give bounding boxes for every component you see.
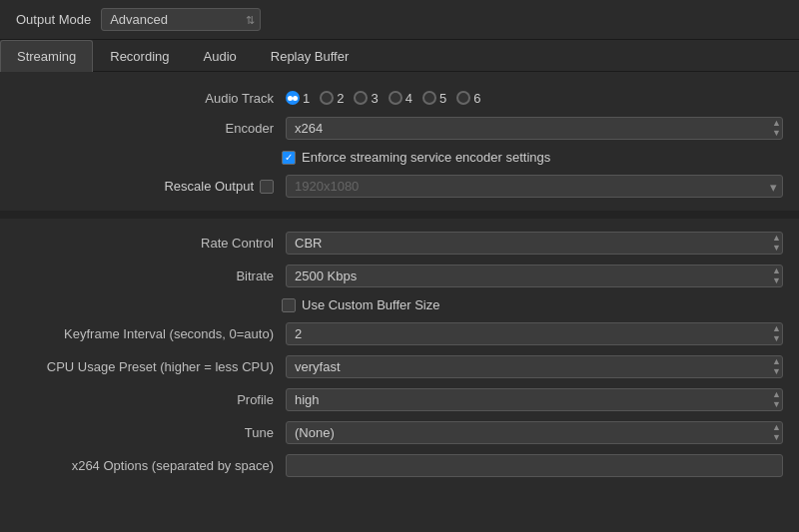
radio-4-label: 4 [405, 91, 412, 106]
cpu-usage-select[interactable]: veryfast superfast ultrafast fast medium… [286, 355, 783, 378]
keyframe-interval-input[interactable] [286, 322, 783, 345]
profile-value-wrapper: high main baseline ▲ ▼ [286, 388, 783, 411]
audio-track-row: Audio Track 1 2 3 4 5 [0, 84, 799, 112]
custom-buffer-checkbox[interactable]: Use Custom Buffer Size [282, 297, 439, 312]
tune-select[interactable]: (None) film animation grain [286, 421, 783, 444]
keyframe-interval-value-wrapper: ▲ ▼ [286, 322, 783, 345]
profile-label: Profile [16, 392, 286, 407]
x264-options-row: x264 Options (separated by space) [0, 449, 799, 482]
radio-3-label: 3 [371, 91, 378, 106]
output-mode-label: Output Mode [16, 12, 91, 27]
radio-1-circle [286, 91, 300, 105]
cpu-usage-row: CPU Usage Preset (higher = less CPU) ver… [0, 350, 799, 383]
enforce-checkmark: ✓ [285, 153, 293, 163]
custom-buffer-row: Use Custom Buffer Size [0, 292, 799, 317]
encoder-row: Encoder x264 ▲ ▼ [0, 112, 799, 145]
section-divider [0, 211, 799, 219]
rescale-select-area: 1920x1080 [286, 175, 783, 198]
audio-track-2[interactable]: 2 [320, 91, 344, 106]
output-mode-select-wrapper: Advanced Simple [101, 8, 261, 31]
rescale-checkbox-box[interactable] [260, 180, 274, 194]
tab-audio[interactable]: Audio [187, 40, 254, 72]
encoder-value-wrapper: x264 ▲ ▼ [286, 117, 783, 140]
custom-buffer-label: Use Custom Buffer Size [302, 297, 439, 312]
profile-select[interactable]: high main baseline [286, 388, 783, 411]
encoder-label: Encoder [16, 121, 286, 136]
radio-6-circle [456, 91, 470, 105]
cpu-usage-value-wrapper: veryfast superfast ultrafast fast medium… [286, 355, 783, 378]
bitrate-label: Bitrate [16, 268, 286, 283]
rate-control-value-wrapper: CBR VBR ABR ▲ ▼ [286, 232, 783, 255]
x264-options-label: x264 Options (separated by space) [16, 458, 286, 473]
audio-track-1[interactable]: 1 [286, 91, 310, 106]
radio-3-circle [354, 91, 368, 105]
tune-label: Tune [16, 425, 286, 440]
radio-2-circle [320, 91, 334, 105]
x264-options-value-wrapper [286, 454, 783, 477]
profile-row: Profile high main baseline ▲ ▼ [0, 383, 799, 416]
tabs-bar: Streaming Recording Audio Replay Buffer [0, 40, 799, 72]
content-area: Audio Track 1 2 3 4 5 [0, 72, 799, 494]
enforce-settings-checkbox[interactable]: ✓ Enforce streaming service encoder sett… [282, 150, 550, 165]
audio-track-group: 1 2 3 4 5 6 [286, 91, 480, 106]
audio-track-5[interactable]: 5 [422, 91, 446, 106]
tab-recording[interactable]: Recording [93, 40, 186, 72]
custom-buffer-checkbox-box [282, 298, 296, 312]
enforce-checkbox-box: ✓ [282, 151, 296, 165]
x264-options-input[interactable] [286, 454, 783, 477]
rescale-label-area: Rescale Output [16, 179, 286, 194]
radio-2-label: 2 [337, 91, 344, 106]
output-mode-select[interactable]: Advanced Simple [101, 8, 261, 31]
rescale-select[interactable]: 1920x1080 [286, 175, 783, 198]
radio-5-circle [422, 91, 436, 105]
keyframe-interval-label: Keyframe Interval (seconds, 0=auto) [16, 326, 286, 341]
rate-control-select[interactable]: CBR VBR ABR [286, 232, 783, 255]
cpu-usage-label: CPU Usage Preset (higher = less CPU) [16, 359, 286, 374]
radio-5-label: 5 [439, 91, 446, 106]
radio-6-label: 6 [473, 91, 480, 106]
audio-track-4[interactable]: 4 [389, 91, 412, 106]
bitrate-input[interactable] [286, 265, 783, 287]
audio-track-3[interactable]: 3 [354, 91, 378, 106]
rate-control-label: Rate Control [16, 236, 286, 251]
encoder-select[interactable]: x264 [286, 117, 783, 140]
bitrate-value-wrapper: ▲ ▼ [286, 265, 783, 287]
audio-track-6[interactable]: 6 [456, 91, 480, 106]
rate-control-row: Rate Control CBR VBR ABR ▲ ▼ [0, 227, 799, 260]
radio-1-label: 1 [303, 91, 310, 106]
enforce-settings-label: Enforce streaming service encoder settin… [302, 150, 550, 165]
enforce-settings-row: ✓ Enforce streaming service encoder sett… [0, 145, 799, 170]
tune-value-wrapper: (None) film animation grain ▲ ▼ [286, 421, 783, 444]
keyframe-interval-row: Keyframe Interval (seconds, 0=auto) ▲ ▼ [0, 317, 799, 350]
audio-track-label: Audio Track [16, 91, 286, 106]
bitrate-row: Bitrate ▲ ▼ [0, 260, 799, 292]
tune-row: Tune (None) film animation grain ▲ ▼ [0, 416, 799, 449]
rescale-output-row: Rescale Output 1920x1080 [0, 170, 799, 203]
tab-streaming[interactable]: Streaming [0, 40, 93, 72]
radio-4-circle [389, 91, 402, 105]
rescale-output-label: Rescale Output [164, 179, 254, 194]
output-mode-row: Output Mode Advanced Simple [0, 0, 799, 40]
tab-replay-buffer[interactable]: Replay Buffer [254, 40, 367, 72]
